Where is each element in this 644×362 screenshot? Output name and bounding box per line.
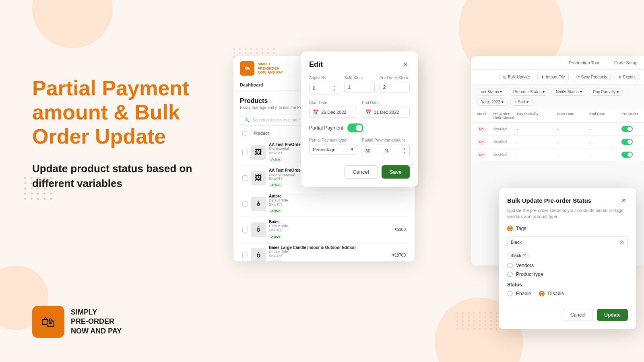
up-arrow[interactable]: ▲ [332,84,336,88]
start-value: - [557,152,589,157]
radio-disable-btn[interactable] [539,291,545,296]
bulk-update-button[interactable]: ⊞ Bulk Update [500,73,533,81]
up-arrow[interactable]: ▲ [403,147,406,150]
sold-stock-input[interactable]: 1 [344,82,374,93]
nav-production-tour[interactable]: Production Tour [569,60,600,65]
row-check[interactable] [242,227,248,232]
bulk-actions: Cancel Update [507,303,628,321]
end-date-input[interactable]: 📅 31 Dec 2022 [362,107,410,118]
row-check[interactable] [242,253,248,258]
nav-code-setup[interactable]: Code Setup [614,60,638,65]
pay-value: - [517,140,557,144]
radio-product-type[interactable]: Product type [507,272,628,277]
check-col [242,131,250,136]
bulk-desc: Update the pre-order status of your prod… [507,208,628,220]
header-end: End Date [589,112,621,120]
pay-value: - [517,127,557,131]
preorder-toggle[interactable] [621,152,644,158]
update-button[interactable]: Update [597,309,628,321]
header-pay: Pay Partially [517,112,557,120]
product-thumb: 🖼 [251,171,266,185]
remove-tag-icon[interactable]: ✕ [523,253,526,257]
close-icon[interactable]: ✕ [400,60,410,69]
partial-payment-toggle[interactable] [347,123,363,132]
start-date-input[interactable]: 📅 26 Dec 2022 [309,107,357,118]
cancel-button[interactable]: Cancel [563,309,593,321]
main-heading: Partial Payment amount & Bulk Order Upda… [32,76,225,148]
bulk-update-modal: Bulk Update Pre-order Status ✕ Update th… [499,188,636,329]
date-fields: Start Date 📅 26 Dec 2022 End Date 📅 31 D… [309,101,410,118]
preorder-toggle[interactable] [621,139,644,145]
logo-text: SIMPLY PRE-ORDER NOW AND PAY [71,308,122,336]
tags-input-area[interactable]: Black ⊗ [507,236,628,248]
clear-icon[interactable]: ⊗ [619,239,624,245]
status-label: Status [507,282,628,288]
product-thumb: 🕯 [251,222,266,237]
filter-year[interactable]: Year: 2022 ▾ [477,98,508,106]
filter-sort[interactable]: ↕ Sort ▾ [510,98,533,106]
left-panel: Partial Payment amount & Bulk Order Upda… [32,76,225,191]
product-info: Baies Default Title SKU188 Active [269,220,382,239]
save-button[interactable]: Save [382,165,410,179]
sync-products-button[interactable]: ⟳ Sync Products [573,73,611,81]
filter-notify-status[interactable]: Notify Status ▾ [551,88,586,96]
filter-pay-partially[interactable]: Pay Partially ▾ [589,88,623,96]
import-file-button[interactable]: ⬇ Import File [537,73,568,81]
radio-enable-label: Enable [516,291,531,296]
row-check[interactable] [242,201,248,207]
adjust-by-field: Adjust By 0 ▲ ▼ [309,76,339,95]
cancel-button[interactable]: Cancel [344,165,377,179]
sync-icon: ⟳ [576,75,580,79]
row-check[interactable] [242,175,248,181]
nav-dashboard[interactable]: Dashboard [240,82,263,87]
filter-product-status[interactable]: uct Status ▾ [477,88,506,96]
edit-modal: Edit ✕ Adjust By 0 ▲ ▼ Sold Stock 1 Pre … [301,51,418,187]
limit-value: Disabled [493,153,517,157]
start-date-label: Start Date [309,101,357,105]
spinner[interactable]: ▲ ▼ [332,84,336,92]
radio-vendors[interactable]: Vendors [507,263,628,268]
down-arrow[interactable]: ▼ [332,88,336,92]
radio-enable[interactable]: Enable [507,291,531,296]
radio-product-type-btn[interactable] [507,272,513,277]
pay-value: - [517,152,557,157]
product-row: 🕯 Baies Large Candle Indoor & Outdoor Ed… [240,243,408,261]
radio-tags-btn[interactable] [507,226,513,231]
sub-heading: Update product status based on different… [32,161,225,191]
product-sku: SKU188 [269,228,382,232]
export-button[interactable]: ⬆ Export [615,73,638,81]
close-icon[interactable]: ✕ [620,196,628,204]
search-icon: 🔍 [244,117,250,123]
radio-tags[interactable]: Tags [507,226,628,231]
payment-amount-input[interactable]: 60 % ▲ ▼ [362,144,410,157]
partial-payment-label: Partial Payment [309,125,343,131]
filter-preorder-status[interactable]: Preorder Status ▾ [509,88,549,96]
row-check[interactable] [242,150,248,155]
radio-vendors-btn[interactable] [507,263,513,268]
end-value: - [589,127,621,131]
product-status: Active [269,260,283,261]
product-sku: SKU186 [269,254,382,258]
product-variant: Default Title [269,224,382,228]
adjust-by-input[interactable]: 0 ▲ ▼ [309,82,339,95]
product-sku: SKU155 [269,202,406,206]
payment-type-select[interactable]: Percentage ▾ [309,144,357,155]
product-variant: Default Title [269,250,382,254]
product-status: Active [269,209,283,213]
product-variant: Default Title [269,198,406,202]
sold-stock-label: Sold Stock [344,76,374,80]
chevron-down-icon: ▾ [351,147,353,152]
payment-type-field: Partial Payment type Percentage ▾ [309,138,357,157]
preorder-toggle[interactable] [621,126,644,132]
spinner[interactable]: ▲ ▼ [403,147,406,154]
end-date-field: End Date 📅 31 Dec 2022 [362,101,410,118]
tags-input-value[interactable]: Black [511,240,617,245]
product-price: ₹5100 [386,227,406,232]
pre-order-stock-input[interactable]: 2 [380,82,410,93]
bulk-header: Bulk Update Pre-order Status ✕ [507,196,628,204]
radio-enable-btn[interactable] [507,291,513,296]
radio-disable[interactable]: Disable [539,291,564,296]
payment-fields: Partial Payment type Percentage ▾ Partia… [309,138,410,157]
down-arrow[interactable]: ▼ [403,151,406,154]
product-name: Baies Large Candle Indoor & Outdoor Edit… [269,245,382,250]
